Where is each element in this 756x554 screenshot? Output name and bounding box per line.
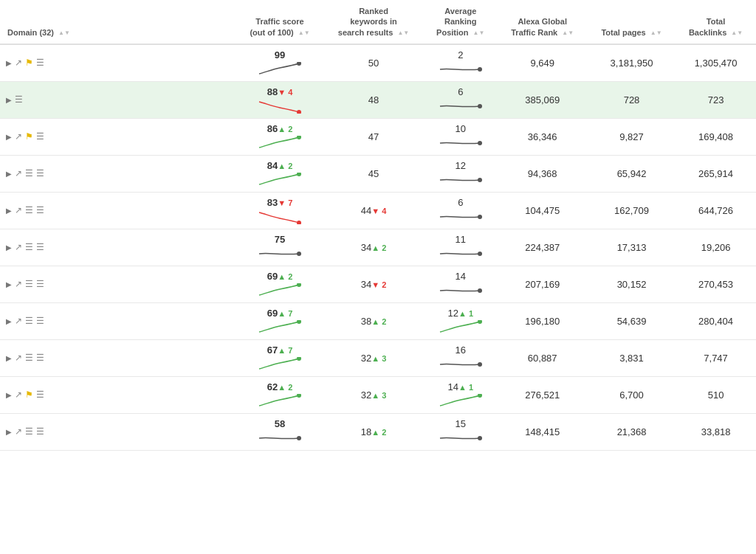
ranked-keywords-value: 45	[368, 168, 379, 179]
svg-point-14	[297, 320, 301, 324]
external-link-icon[interactable]: ↗	[15, 389, 22, 400]
external-link-icon[interactable]: ↗	[15, 131, 22, 142]
ranked-keywords-value: 38	[361, 316, 371, 327]
row-expander[interactable]: ▶	[6, 207, 12, 215]
svg-point-9	[478, 215, 482, 219]
row-expander[interactable]: ▶	[6, 96, 12, 104]
traffic-trend-indicator: ▼ 7	[278, 198, 292, 207]
traffic-score-value: 99	[275, 49, 285, 60]
traffic-score-cell: 88 ▼ 4	[236, 81, 323, 118]
avg-rank-cell: 12	[424, 155, 498, 192]
document-icon[interactable]: ☰	[36, 131, 44, 142]
avg-rank-sparkline	[439, 210, 483, 224]
document-icon[interactable]: ☰	[36, 58, 44, 68]
traffic-score-cell: 62 ▲ 2	[236, 376, 323, 413]
row-expander[interactable]: ▶	[6, 280, 12, 288]
row-expander[interactable]: ▶	[6, 59, 12, 67]
avg-rank-value: 15	[456, 418, 466, 429]
ranked-keywords-cell: 32 ▲ 3	[323, 376, 424, 413]
total-pages-cell: 728	[588, 81, 676, 118]
domain-cell: ▶↗☰☰	[0, 302, 236, 339]
external-link-icon[interactable]: ↗	[15, 426, 22, 437]
flag-icon[interactable]: ⚑	[25, 131, 33, 142]
ranked-sort-icon: ▲▼	[397, 30, 409, 36]
avg-ranking-column-header[interactable]: AverageRankingPosition ▲▼	[424, 0, 498, 44]
document-icon[interactable]: ☰	[36, 316, 44, 326]
document-icon[interactable]: ☰	[36, 242, 44, 252]
alexa-rank-cell: 385,069	[498, 81, 588, 118]
document-icon[interactable]: ☰	[25, 353, 33, 363]
alexa-column-header[interactable]: Alexa GlobalTraffic Rank ▲▼	[498, 0, 588, 44]
row-expander[interactable]: ▶	[6, 133, 12, 141]
row-expander[interactable]: ▶	[6, 391, 12, 399]
avg-rank-value: 14	[456, 271, 466, 282]
avg-rank-cell: 15	[424, 413, 498, 450]
document-icon[interactable]: ☰	[15, 94, 23, 105]
document-icon[interactable]: ☰	[25, 279, 33, 289]
total-pages-cell: 21,368	[588, 413, 676, 450]
external-link-icon[interactable]: ↗	[15, 353, 22, 363]
document-icon[interactable]: ☰	[25, 242, 33, 252]
total-pages-cell: 162,709	[588, 192, 676, 229]
ranked-keywords-cell: 32 ▲ 3	[323, 339, 424, 376]
traffic-trend-indicator: ▲ 7	[278, 346, 292, 355]
ranked-keywords-column-header[interactable]: Rankedkeywords insearch results ▲▼	[323, 0, 424, 44]
domain-header-label: Domain (32)	[7, 28, 54, 37]
document-icon[interactable]: ☰	[36, 205, 44, 215]
alexa-rank-cell: 276,521	[498, 376, 588, 413]
domain-cell: ▶↗⚑☰	[0, 118, 236, 155]
traffic-score-value: 69	[267, 271, 278, 282]
document-icon[interactable]: ☰	[25, 205, 33, 215]
ranked-trend-indicator: ▲ 2	[371, 243, 386, 252]
traffic-sparkline	[258, 431, 302, 446]
total-backlinks-cell: 280,404	[676, 302, 756, 339]
traffic-score-cell: 75	[236, 229, 323, 266]
document-icon[interactable]: ☰	[25, 316, 33, 326]
svg-point-10	[297, 252, 301, 256]
avg-rank-sparkline	[439, 246, 483, 261]
svg-point-0	[297, 62, 301, 66]
row-expander[interactable]: ▶	[6, 317, 12, 325]
external-link-icon[interactable]: ↗	[15, 58, 22, 68]
external-link-icon[interactable]: ↗	[15, 168, 22, 179]
document-icon[interactable]: ☰	[36, 168, 44, 179]
table-row: ▶↗☰☰84 ▲ 2451294,36865,942265,914	[0, 155, 756, 192]
table-row: ▶↗⚑☰995029,6493,181,9501,305,470	[0, 44, 756, 82]
alexa-label: Alexa GlobalTraffic Rank	[511, 17, 567, 36]
ranked-trend-indicator: ▲ 2	[371, 428, 386, 437]
total-pages-column-header[interactable]: Total pages ▲▼	[588, 0, 676, 44]
external-link-icon[interactable]: ↗	[15, 279, 22, 289]
ranked-trend-indicator: ▲ 3	[371, 391, 386, 400]
total-pages-sort-icon: ▲▼	[650, 30, 662, 36]
row-expander[interactable]: ▶	[6, 354, 12, 362]
traffic-score-cell: 69 ▲ 7	[236, 302, 323, 339]
traffic-sparkline	[258, 136, 302, 150]
flag-icon[interactable]: ⚑	[25, 58, 33, 68]
traffic-score-value: 83	[267, 197, 278, 208]
table-body: ▶↗⚑☰995029,6493,181,9501,305,470▶☰88 ▼ 4…	[0, 44, 756, 451]
traffic-score-column-header[interactable]: Traffic score(out of 100) ▲▼	[236, 0, 323, 44]
avg-ranking-sort-icon: ▲▼	[473, 30, 485, 36]
avg-rank-sparkline	[439, 99, 483, 114]
svg-point-12	[297, 283, 301, 287]
document-icon[interactable]: ☰	[36, 426, 44, 437]
flag-icon[interactable]: ⚑	[25, 389, 33, 400]
total-pages-label: Total pages	[601, 28, 645, 37]
external-link-icon[interactable]: ↗	[15, 205, 22, 215]
domain-column-header[interactable]: Domain (32) ▲▼	[0, 0, 236, 44]
document-icon[interactable]: ☰	[36, 353, 44, 363]
total-backlinks-column-header[interactable]: TotalBacklinks ▲▼	[676, 0, 756, 44]
row-expander[interactable]: ▶	[6, 243, 12, 252]
traffic-trend-indicator: ▲ 2	[278, 162, 292, 170]
alexa-rank-cell: 224,387	[498, 229, 588, 266]
row-expander[interactable]: ▶	[6, 428, 12, 436]
ranked-keywords-cell: 34 ▼ 2	[323, 266, 424, 302]
row-expander[interactable]: ▶	[6, 170, 12, 178]
document-icon[interactable]: ☰	[36, 389, 44, 400]
document-icon[interactable]: ☰	[25, 426, 33, 437]
document-icon[interactable]: ☰	[36, 279, 44, 289]
traffic-score-cell: 58	[236, 413, 323, 450]
document-icon[interactable]: ☰	[25, 168, 33, 179]
external-link-icon[interactable]: ↗	[15, 242, 22, 252]
external-link-icon[interactable]: ↗	[15, 316, 22, 326]
